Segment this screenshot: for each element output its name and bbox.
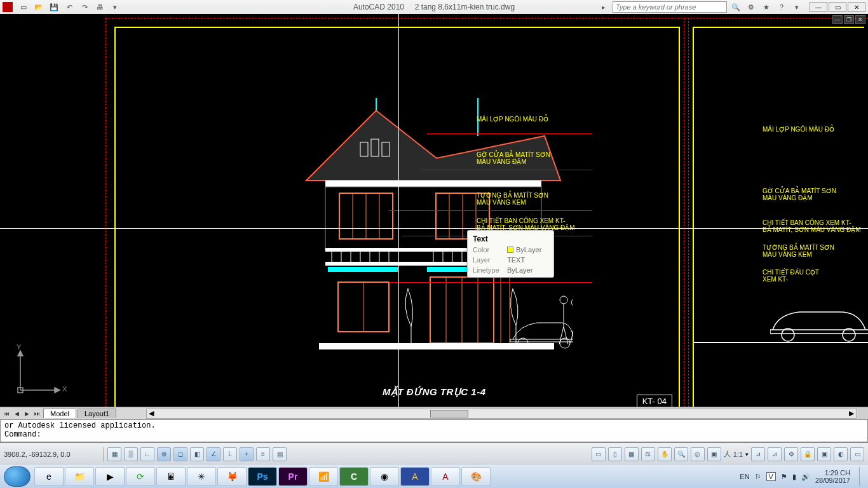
tray-action-center-icon[interactable]: ⚑ <box>781 473 787 481</box>
workspace-button[interactable]: ⚙ <box>784 447 798 461</box>
lwt-button[interactable]: ≡ <box>256 447 270 461</box>
tab-prev-icon[interactable]: ◀ <box>11 409 22 419</box>
tab-next-icon[interactable]: ▶ <box>22 409 32 419</box>
taskbar-photoshop-icon[interactable]: Ps <box>248 467 277 486</box>
annoscale-button[interactable]: ⚖ <box>641 447 655 461</box>
annotation-text[interactable]: MÁI LỢP NGÓI MÀU ĐỎ <box>477 116 548 123</box>
quick-access-toolbar: ▭ 📂 💾 ↶ ↷ 🖶 ▾ <box>17 1 122 13</box>
zoom-button[interactable]: 🔍 <box>674 447 688 461</box>
3dosnap-button[interactable]: ◧ <box>190 447 204 461</box>
annotation-text[interactable]: CHI TIẾT BAN CÔNG XEM KT-BẢ MATÍT, SƠN M… <box>763 219 861 233</box>
otrack-button[interactable]: ∠ <box>207 447 220 461</box>
infocenter-toggle-icon[interactable]: ▸ <box>597 1 610 13</box>
quickview-layouts-button[interactable]: ▯ <box>608 447 622 461</box>
tab-first-icon[interactable]: ⏮ <box>1 409 11 419</box>
tab-model[interactable]: Model <box>43 409 76 418</box>
qp-button[interactable]: ▤ <box>273 447 287 461</box>
show-desktop-button[interactable] <box>859 467 864 486</box>
taskbar-paint-icon[interactable]: 🎨 <box>461 467 491 486</box>
ortho-button[interactable]: ∟ <box>140 447 154 461</box>
taskbar-firefox-icon[interactable]: 🦊 <box>217 467 247 486</box>
annotation-text[interactable]: TƯỜNG BẢ MATÍT SƠNMÀU VÀNG KEM <box>477 192 548 206</box>
doc-minimize-button[interactable]: — <box>832 15 843 24</box>
annotation-text[interactable]: CHI TIẾT ĐẦU CỘTXEM KT- <box>763 269 819 283</box>
taskbar-ie-icon[interactable]: e <box>34 467 64 486</box>
close-button[interactable]: ✕ <box>848 2 865 12</box>
taskbar-app3-icon[interactable]: A <box>400 467 430 486</box>
annotation-text[interactable]: MÁI LỢP NGÓI MÀU ĐỎ <box>763 126 834 133</box>
horizontal-scrollbar[interactable]: ◀ ▶ <box>146 409 857 419</box>
taskbar-autocad-icon[interactable]: A <box>431 467 460 486</box>
taskbar-premiere-icon[interactable]: Pr <box>278 467 308 486</box>
annotation-text[interactable]: TƯỜNG BẢ MATÍT SƠNMÀU VÀNG KEM <box>763 244 834 258</box>
help-icon[interactable]: ? <box>775 1 788 13</box>
clean-screen-button[interactable]: ▭ <box>850 447 864 461</box>
annotation-text[interactable]: GỜ CỬA BẢ MATÍT SƠNMÀU VÀNG ĐẬM <box>477 151 550 165</box>
annotation-scale[interactable]: 1:1 <box>733 451 743 458</box>
command-line[interactable]: or Autodesk licensed application. Comman… <box>0 419 868 442</box>
taskbar-calc-icon[interactable]: 🖩 <box>156 467 186 486</box>
start-button[interactable] <box>4 466 31 487</box>
autoscale-button[interactable]: ⊿ <box>768 447 782 461</box>
annotation-text[interactable]: CHI TIẾT BAN CÔNG XEM KT-BẢ MATÍT, SƠN M… <box>477 217 575 231</box>
taskbar-app2-icon[interactable]: ✳ <box>187 467 216 486</box>
taskbar-wifi-icon[interactable]: 📶 <box>309 467 338 486</box>
maximize-button[interactable]: ▭ <box>829 2 846 12</box>
hardware-accel-button[interactable]: ▣ <box>817 447 831 461</box>
tab-layout1[interactable]: Layout1 <box>78 409 116 418</box>
open-icon[interactable]: 📂 <box>32 1 46 13</box>
annovisibility-button[interactable]: ⊿ <box>751 447 765 461</box>
svg-marker-56 <box>55 388 60 393</box>
print-icon[interactable]: 🖶 <box>93 1 107 13</box>
taskbar-explorer-icon[interactable]: 📁 <box>65 467 94 486</box>
search-input[interactable] <box>613 1 727 13</box>
minimize-button[interactable]: — <box>810 2 827 12</box>
scrollbar-thumb[interactable] <box>430 410 468 417</box>
tray-unikey-icon[interactable]: V <box>766 472 776 481</box>
quickview-drawings-button[interactable]: ▦ <box>625 447 639 461</box>
coordinates-readout[interactable]: 3908.2, -69132.9, 0.0 <box>4 451 99 458</box>
snap-button[interactable]: ▦ <box>107 447 121 461</box>
search-icon[interactable]: 🔍 <box>729 1 742 13</box>
undo-icon[interactable]: ↶ <box>62 1 76 13</box>
svg-rect-6 <box>325 180 541 187</box>
polar-button[interactable]: ⊕ <box>157 447 171 461</box>
taskbar-chrome-icon[interactable]: ◉ <box>370 467 399 486</box>
vertical-scrollbar[interactable] <box>858 407 868 419</box>
dyn-button[interactable]: + <box>240 447 254 461</box>
redo-icon[interactable]: ↷ <box>78 1 92 13</box>
modelspace-button[interactable]: ▭ <box>592 447 606 461</box>
taskbar-wmp-icon[interactable]: ▶ <box>95 467 125 486</box>
tray-flag-icon[interactable]: ⚐ <box>755 473 761 481</box>
tray-network-icon[interactable]: ▮ <box>792 473 796 481</box>
isolate-button[interactable]: ◐ <box>834 447 848 461</box>
doc-close-button[interactable]: ✕ <box>855 15 865 24</box>
svg-line-50 <box>571 325 573 343</box>
doc-restore-button[interactable]: ❐ <box>844 15 854 24</box>
save-icon[interactable]: 💾 <box>47 1 61 13</box>
tab-last-icon[interactable]: ⏭ <box>32 409 42 419</box>
taskbar-camtasia-icon[interactable]: C <box>339 467 369 486</box>
annotation-text[interactable]: GỜ CỬA BẢ MATÍT SƠNMÀU VÀNG ĐẬM <box>763 187 836 201</box>
toolbar-lock-button[interactable]: 🔒 <box>801 447 815 461</box>
help-dropdown-icon[interactable]: ▾ <box>790 1 803 13</box>
steering-wheel-button[interactable]: ◎ <box>691 447 705 461</box>
app-logo[interactable] <box>3 2 13 12</box>
new-icon[interactable]: ▭ <box>17 1 31 13</box>
showmotion-button[interactable]: ▣ <box>707 447 721 461</box>
grid-button[interactable]: ▒ <box>124 447 138 461</box>
svg-rect-41 <box>510 339 573 342</box>
svg-point-43 <box>560 338 570 348</box>
tray-ime-label[interactable]: EN <box>740 473 749 480</box>
qat-dropdown-icon[interactable]: ▾ <box>108 1 122 13</box>
svg-point-44 <box>560 296 567 304</box>
pan-button[interactable]: ✋ <box>658 447 672 461</box>
taskbar-app1-icon[interactable]: ⟳ <box>126 467 155 486</box>
tray-volume-icon[interactable]: 🔊 <box>801 473 810 481</box>
favorites-icon[interactable]: ★ <box>760 1 773 13</box>
osnap-button[interactable]: ◻ <box>173 447 187 461</box>
comm-center-icon[interactable]: ⚙ <box>745 1 757 13</box>
ducs-button[interactable]: L <box>223 447 237 461</box>
tray-clock[interactable]: 1:29 CH 28/09/2017 <box>815 469 850 484</box>
drawing-viewport[interactable]: — ❐ ✕ <box>0 14 868 407</box>
